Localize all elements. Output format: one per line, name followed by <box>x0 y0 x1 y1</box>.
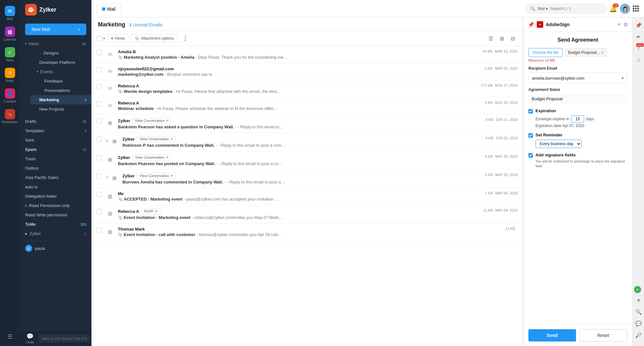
sidebar-item-zylker-folder[interactable]: ▶ Zylker 1 <box>20 229 91 238</box>
rsvp-button[interactable]: RSVP ↗ <box>141 208 160 214</box>
smart-chat-input[interactable] <box>39 335 90 342</box>
sidebar-nav: ▾ Inbox 65 ⌂ Designs Developer Platform … <box>20 39 91 331</box>
sidebar-item-tome[interactable]: ToMe 315 <box>20 220 91 229</box>
email-row[interactable]: 7 ▣ Zylker View Conversation ↗ Burrows A… <box>91 170 523 188</box>
sidebar-item-bookmarks[interactable]: 🔖 Bookmarks <box>0 106 20 126</box>
remove-file-button[interactable]: × <box>601 50 604 55</box>
choose-file-button[interactable]: Choose the file <box>528 48 563 57</box>
sidebar-item-contacts[interactable]: 👤 Contacts <box>0 86 20 106</box>
row-checkbox[interactable] <box>97 137 102 142</box>
sidebar-item-notes[interactable]: ≡ Notes <box>0 65 20 85</box>
sidebar-item-spam[interactable]: Spam 13 <box>20 145 91 154</box>
view-conversation-button[interactable]: View Conversation ↗ <box>137 136 176 142</box>
email-row[interactable]: ▦ Rebecca A RSVP ↗ 📎 Event Invitation - … <box>91 205 523 223</box>
email-row[interactable]: ▦ Me 📎 ACCEPTED : Marketing event - paul… <box>91 188 523 205</box>
sidebar-item-drafts[interactable]: Drafts 33 <box>20 117 91 126</box>
notification-count: 14 <box>613 4 619 7</box>
sidebar-item-new-projects[interactable]: New Projects <box>30 104 91 114</box>
new-feature-icon[interactable]: ? New <box>634 44 643 53</box>
email-row[interactable]: ▣ Zylker View Conversation ↗ Bankston Pe… <box>91 151 523 170</box>
split-view-button[interactable]: ⊟ <box>508 34 517 43</box>
send-agreement-button[interactable]: Send <box>528 329 576 341</box>
sidebar-item-read-permission[interactable]: ▶ Read Permission only <box>20 201 91 210</box>
panel-settings-button[interactable]: ⚙ <box>623 22 628 28</box>
list-view-button[interactable]: ☰ <box>486 34 496 43</box>
collapse-sidebar-btn[interactable]: ☰ <box>7 331 13 343</box>
star-icon[interactable]: ☆ <box>634 55 643 64</box>
mail-tab[interactable]: Mail <box>97 4 121 14</box>
sidebar-item-mail[interactable]: ✉ Mail <box>0 3 20 23</box>
email-row[interactable]: ▣ Zylker View Conversation ↗ Bankston Pe… <box>91 114 523 133</box>
sidebar-item-inbox[interactable]: ▾ Inbox 65 <box>20 39 91 48</box>
recipient-email-field[interactable]: amelia.burrows@zylker.com ▾ <box>528 73 627 84</box>
zoom-icon[interactable]: 🔍 <box>634 307 643 316</box>
sidebar-item-calendar[interactable]: ▦ Calendar <box>0 24 20 44</box>
signature-icon[interactable]: ✒ <box>634 32 643 41</box>
brightness-icon[interactable]: ☀ <box>634 296 643 305</box>
new-mail-button[interactable]: New Mail ▾ <box>25 24 86 35</box>
reminder-frequency-select[interactable]: Every business day Every day Every week <box>535 140 582 148</box>
email-row[interactable]: ✉ njoyasoulee522@gmail.com marketing@zyl… <box>91 63 523 80</box>
sidebar-item-events[interactable]: ▾ Events <box>30 67 91 76</box>
sidebar-item-tasks[interactable]: ✓ Tasks <box>0 44 20 64</box>
search-bar[interactable]: 🔍 Mail ▾ <box>525 4 607 13</box>
row-checkbox[interactable] <box>97 118 102 124</box>
sender-name: Zylker <box>122 173 135 178</box>
row-checkbox[interactable] <box>97 155 102 160</box>
reset-button[interactable]: Reset <box>579 329 628 341</box>
sidebar-item-sent[interactable]: Sent <box>20 135 91 145</box>
row-checkbox[interactable] <box>97 192 102 197</box>
sidebar-item-developer-platform[interactable]: Developer Platform <box>30 58 91 67</box>
add-signature-checkbox[interactable] <box>528 153 533 158</box>
close-panel-button[interactable]: × <box>617 22 621 27</box>
zylker-folder-count: 1 <box>84 232 86 236</box>
sidebar-item-outbox[interactable]: Outbox <box>20 163 91 173</box>
email-row[interactable]: ✉ Amelia B 📎 Marketing Analyst position … <box>91 46 523 63</box>
sidebar-item-trash[interactable]: Trash <box>20 154 91 163</box>
sidebar-item-auto-io[interactable]: auto.io <box>20 182 91 192</box>
sidebar-item-marketing[interactable]: Marketing 4 <box>30 95 91 104</box>
row-checkbox[interactable] <box>97 101 102 106</box>
sidebar-user[interactable]: @ paula <box>20 242 91 254</box>
user-avatar: @ <box>25 245 32 252</box>
set-reminder-checkbox[interactable] <box>528 133 533 138</box>
user-avatar-top[interactable]: 👩 <box>620 4 630 14</box>
email-row[interactable]: ▦ Thomas Mark 📎 Event Invitation - call … <box>91 223 523 241</box>
search-input[interactable] <box>550 6 602 11</box>
sidebar-item-delegation-folder[interactable]: Delegation folder <box>20 192 91 201</box>
view-conversation-button[interactable]: View Conversation ↗ <box>137 173 176 179</box>
view-conversation-button[interactable]: View Conversation ↗ <box>132 118 171 124</box>
row-checkbox[interactable] <box>97 50 102 55</box>
email-row[interactable]: ✉ Rebecca A 📎 Wesite design templates - … <box>91 80 523 97</box>
sidebar-item-presentations[interactable]: Presentations <box>30 86 91 95</box>
row-checkbox[interactable] <box>97 173 102 179</box>
view-conversation-button[interactable]: View Conversation ↗ <box>132 154 171 161</box>
sidebar-item-read-write[interactable]: Read Write permission <box>20 210 91 220</box>
sidebar-item-templates[interactable]: Templates 3 <box>20 126 91 135</box>
select-all-checkbox[interactable]: ▾ <box>97 36 105 41</box>
expiry-days-input[interactable] <box>571 115 584 123</box>
email-row[interactable]: 6 ▣ Zylker View Conversation ↗ Robinson … <box>91 133 523 151</box>
expiration-checkbox[interactable] <box>528 109 533 114</box>
row-checkbox[interactable] <box>97 209 102 214</box>
attachment-options-button[interactable]: 📎 Attachment options <box>131 34 178 43</box>
push-pin-icon[interactable]: 📌 <box>634 21 643 30</box>
more-options-button[interactable]: ⋮ <box>180 34 190 43</box>
email-row[interactable]: ✉ Rebecca A Webinar schedule - Hi Paula,… <box>91 97 523 114</box>
row-checkbox[interactable] <box>97 84 102 89</box>
views-button[interactable]: ▾ Views <box>108 34 128 43</box>
compact-view-button[interactable]: ⊞ <box>497 34 507 43</box>
expiration-label: Expiration <box>535 108 556 113</box>
app-grid-button[interactable] <box>633 5 639 12</box>
row-checkbox[interactable] <box>97 227 102 232</box>
notification-button[interactable]: 🔔 14 <box>609 5 617 13</box>
search-scope[interactable]: Mail ▾ <box>538 6 548 11</box>
row-checkbox[interactable] <box>97 67 102 72</box>
sidebar-item-feedback[interactable]: Feedback <box>30 76 91 86</box>
add-button[interactable]: + <box>634 286 641 293</box>
chat-icon[interactable]: 💬 <box>634 319 643 328</box>
chats-button[interactable]: 💬 Chats <box>23 331 37 345</box>
search-bottom-icon[interactable]: 🔎 <box>634 331 643 340</box>
sidebar-item-asia-pacific-sales[interactable]: Asia Pacific Sales <box>20 173 91 182</box>
sidebar-item-designs[interactable]: ⌂ Designs <box>30 48 91 58</box>
